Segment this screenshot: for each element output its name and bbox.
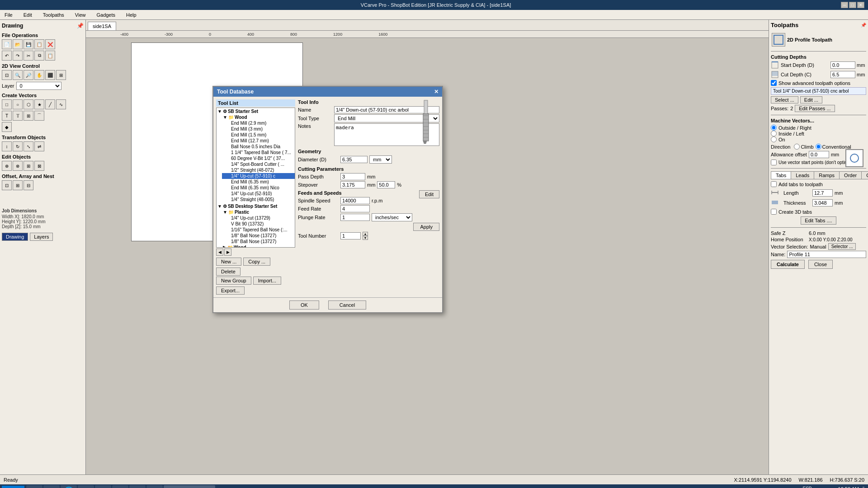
sb-starter-header[interactable]: ▼ ⚙ SB Starter Set bbox=[217, 108, 295, 114]
sb-desktop-icon: ⚙ bbox=[223, 204, 227, 209]
feed-rate-row: Feed Rate bbox=[298, 205, 439, 212]
tree-item-endmill-29[interactable]: End Mill (2.9 mm) bbox=[222, 120, 295, 126]
tree-item-straight-48005[interactable]: 1/4" Straight (48-005) bbox=[222, 197, 295, 202]
tool-number-row: Tool Number ▲ ▼ bbox=[298, 232, 439, 240]
feed-rate-label: Feed Rate bbox=[298, 206, 339, 211]
stepover-pct-unit: % bbox=[397, 182, 401, 188]
pass-depth-input[interactable] bbox=[340, 173, 365, 180]
sb-desktop-wood-label: Wood bbox=[234, 245, 246, 248]
pass-depth-row: Pass Depth mm bbox=[298, 173, 439, 180]
diameter-row: Diameter (D) mm inches bbox=[298, 155, 439, 164]
tree-item-upcut-52910[interactable]: 1/4" Up-cut (52-910) bbox=[222, 191, 295, 197]
tree-item-ballnose-18-13727b[interactable]: 1/8" Ball Nose (13727) bbox=[222, 239, 295, 244]
spinner-up-btn[interactable]: ▲ bbox=[363, 232, 368, 236]
tree-item-endmill-15[interactable]: End Mill (1.5 mm) bbox=[222, 132, 295, 138]
dialog-title-label: Tool Database bbox=[217, 89, 254, 95]
tool-number-input[interactable] bbox=[340, 232, 361, 239]
import-btn[interactable]: Import... bbox=[253, 277, 281, 285]
tool-list-panel: Tool List ▼ ⚙ SB Starter Set ▼ 📁 bbox=[216, 99, 295, 295]
geometry-header: Geometry bbox=[298, 149, 439, 154]
sb-starter-icon: ⚙ bbox=[223, 109, 227, 114]
tree-item-tapered-125[interactable]: 1 1/4" Tapered Ball Nose ( 7... bbox=[222, 150, 295, 155]
plunge-rate-input[interactable] bbox=[340, 214, 370, 221]
apply-row: Apply bbox=[298, 223, 439, 231]
ok-btn[interactable]: OK bbox=[289, 300, 319, 310]
wood-header[interactable]: ▼ 📁 Wood bbox=[222, 114, 295, 120]
tree-item-endmill-3[interactable]: End Mill (3 mm) bbox=[222, 126, 295, 132]
tool-list-title: Tool List bbox=[216, 99, 295, 107]
tool-notes-label: Notes bbox=[298, 123, 334, 129]
plunge-rate-label: Plunge Rate bbox=[298, 215, 339, 220]
tree-item-vbit90-13732[interactable]: V Bit 90 (13732) bbox=[222, 221, 295, 227]
sb-starter-label: SB Starter Set bbox=[228, 109, 258, 114]
plastic-label: Plastic bbox=[235, 210, 249, 215]
tree-item-upcut-57910[interactable]: 1/4" Up-cut (57-910) c bbox=[222, 173, 295, 179]
stepover-pct-input[interactable] bbox=[377, 181, 395, 188]
dialog-overlay: Tool Database ✕ Tool List ▼ ⚙ SB Starter… bbox=[0, 0, 868, 488]
nav-left-btn[interactable]: ◀ bbox=[216, 249, 223, 256]
feeds-header: Feeds and Speeds bbox=[298, 190, 439, 196]
sb-desktop-header[interactable]: ▼ ⚙ SB Desktop Starter Set bbox=[217, 203, 295, 209]
wood-folder-icon: 📁 bbox=[228, 115, 234, 120]
geometry-section: Geometry Diameter (D) mm inches bbox=[298, 149, 439, 164]
plastic-folder-icon: 📁 bbox=[228, 210, 234, 215]
sb-starter-expand-icon: ▼ bbox=[217, 109, 222, 114]
tree-item-ballnose-18-13727[interactable]: 1/8" Ball Nose (13727) bbox=[222, 233, 295, 239]
svg-rect-9 bbox=[424, 100, 428, 114]
sb-starter-wood-group: ▼ 📁 Wood End Mill (2.9 mm) End Mill (3 m… bbox=[217, 114, 295, 202]
spindle-label: Spindle Speed bbox=[298, 198, 339, 203]
new-tool-btn[interactable]: New ... bbox=[216, 258, 241, 266]
nav-right-btn[interactable]: ▶ bbox=[224, 249, 231, 256]
sb-desktop-wood-header[interactable]: ▶ 📁 Wood bbox=[222, 244, 295, 248]
tree-item-endmill-635-nico[interactable]: End Mill (6.35 mm) Nico bbox=[222, 185, 295, 191]
dialog-close-btn[interactable]: ✕ bbox=[434, 89, 439, 95]
apply-btn[interactable]: Apply bbox=[413, 223, 439, 231]
stepover-unit: mm bbox=[367, 182, 375, 188]
tree-item-upcut-13729[interactable]: 1/4" Up-cut (13729) bbox=[222, 215, 295, 221]
tool-number-spinner: ▲ ▼ bbox=[363, 232, 368, 240]
rate-unit-select[interactable]: inches/sec mm/sec bbox=[372, 213, 412, 221]
diameter-input[interactable] bbox=[340, 156, 368, 163]
spinner-down-btn[interactable]: ▼ bbox=[363, 236, 368, 240]
tool-number-label: Tool Number bbox=[298, 233, 339, 239]
new-group-btn[interactable]: New Group bbox=[216, 277, 251, 285]
feeds-section: Feeds and Speeds Spindle Speed r.p.m Fee… bbox=[298, 190, 439, 231]
tool-list-actions: New ... Copy ... Delete bbox=[216, 258, 295, 276]
tree-item-straight-48072[interactable]: 1/2" Straight (48-072) bbox=[222, 167, 295, 173]
svg-rect-10 bbox=[423, 114, 429, 141]
sb-desktop-label: SB Desktop Starter Set bbox=[228, 204, 277, 209]
diameter-unit-select[interactable]: mm inches bbox=[369, 155, 392, 164]
dialog-footer: OK Cancel bbox=[213, 297, 442, 312]
pass-depth-label: Pass Depth bbox=[298, 174, 339, 179]
stepover-input[interactable] bbox=[340, 181, 365, 188]
tool-database-dialog: Tool Database ✕ Tool List ▼ ⚙ SB Starter… bbox=[212, 86, 443, 313]
wood-expand-icon: ▼ bbox=[223, 115, 227, 120]
tool-info-panel: Tool Info Name Tool Type End Mill Notes … bbox=[298, 99, 439, 295]
tree-item-tapered-116-13726[interactable]: 1/16" Tapered Ball Nose (:... bbox=[222, 227, 295, 233]
tool-tree: ▼ ⚙ SB Starter Set ▼ 📁 Wood End Mill bbox=[216, 108, 295, 248]
tree-item-endmill-127[interactable]: End Mill (12.7 mm) bbox=[222, 138, 295, 144]
cancel-btn[interactable]: Cancel bbox=[328, 300, 366, 310]
feed-rate-input[interactable] bbox=[340, 205, 370, 212]
plastic-header[interactable]: ▼ 📁 Plastic bbox=[222, 209, 295, 215]
plastic-items: 1/4" Up-cut (13729) V Bit 90 (13732) 1/1… bbox=[222, 215, 295, 244]
cutting-edit-btn[interactable]: Edit bbox=[419, 190, 439, 198]
spindle-input[interactable] bbox=[340, 197, 370, 204]
dialog-title-bar: Tool Database ✕ bbox=[213, 87, 442, 97]
tool-list-actions2: New Group Import... Export... bbox=[216, 277, 295, 295]
sb-desktop-plastic-group: ▼ 📁 Plastic 1/4" Up-cut (13729) V Bit 90… bbox=[217, 209, 295, 244]
tool-name-label: Name bbox=[298, 107, 334, 113]
sb-desktop-expand-icon: ▼ bbox=[217, 204, 222, 209]
stepover-label: Stepover bbox=[298, 182, 339, 188]
copy-tool-btn[interactable]: Copy ... bbox=[243, 258, 270, 266]
tree-item-ballnose-05[interactable]: Ball Nose 0.5 inches Dia bbox=[222, 144, 295, 150]
tool-image-svg bbox=[415, 99, 437, 145]
dialog-body: Tool List ▼ ⚙ SB Starter Set ▼ 📁 bbox=[213, 97, 442, 297]
export-btn[interactable]: Export... bbox=[216, 286, 245, 295]
tree-item-endmill-635[interactable]: End Mill (6.35 mm) bbox=[222, 179, 295, 185]
delete-tool-btn[interactable]: Delete bbox=[216, 267, 241, 276]
tree-item-spot-board[interactable]: 1/4" Spot-Board Cutter ( ... bbox=[222, 161, 295, 167]
wood-label: Wood bbox=[235, 115, 247, 120]
tool-list-nav: ◀ ▶ bbox=[216, 249, 295, 256]
tree-item-vbit-60[interactable]: 60 Degree V-Bit 1/2" ( 37... bbox=[222, 155, 295, 161]
